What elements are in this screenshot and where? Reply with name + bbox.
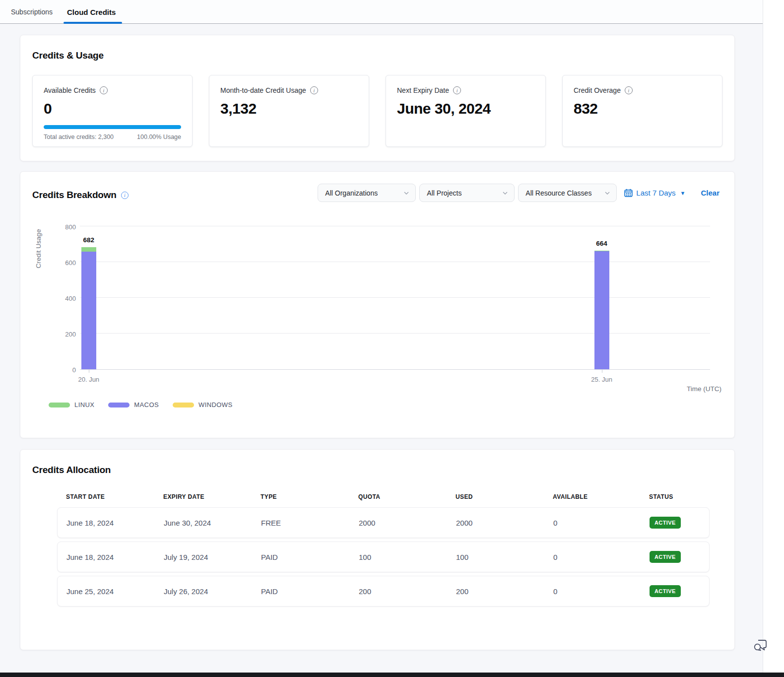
y-tick-label: 0 [50,366,76,374]
col-type: TYPE [261,493,358,500]
chevron-down-icon [502,190,508,196]
credits-breakdown-section: Credits Breakdown i All Organizations Al… [20,171,735,438]
stat-label: Available Credits [44,86,96,94]
gridline [80,262,710,262]
stat-label: Next Expiry Date [397,86,449,94]
cell-expiry-date: June 30, 2024 [164,519,261,527]
col-quota: QUOTA [358,493,456,500]
active-tab-indicator [64,22,122,24]
x-tick-mark [602,370,602,373]
y-tick-label: 200 [50,331,76,338]
legend-item-macos[interactable]: MACOS [108,401,159,408]
y-tick-label: 600 [50,259,76,267]
right-gutter [763,0,784,673]
stat-card-available-credits: Available Credits i 0 Total active credi… [32,75,193,147]
bar-total-label: 664 [587,240,617,247]
usage-percent: 100.00% Usage [137,134,181,140]
stat-card-mtd-usage: Month-to-date Credit Usage i 3,132 [209,75,369,147]
credits-usage-title: Credits & Usage [32,50,722,61]
info-icon[interactable]: i [310,86,318,94]
col-start-date: START DATE [66,493,163,500]
caret-down-icon: ▼ [680,190,686,196]
legend-label: MACOS [134,401,159,408]
gridline [80,333,710,334]
x-tick-label: 20. Jun [69,376,109,383]
table-row: June 25, 2024 July 26, 2024 PAID 200 200… [57,576,710,607]
stat-card-next-expiry: Next Expiry Date i June 30, 2024 [386,75,546,147]
clear-filters-link[interactable]: Clear [701,189,719,197]
stat-value: 832 [574,100,711,117]
info-icon[interactable]: i [453,86,461,94]
col-status: STATUS [649,493,710,500]
credits-allocation-section: Credits Allocation START DATE EXPIRY DAT… [20,449,735,650]
calendar-icon [624,189,633,197]
chart-legend: LINUXMACOSWINDOWS [49,401,232,408]
table-row: June 18, 2024 June 30, 2024 FREE 2000 20… [57,507,710,538]
stat-value: 3,132 [220,100,358,117]
status-badge: ACTIVE [650,551,681,563]
cell-expiry-date: July 26, 2024 [164,587,261,596]
main-content-area: Subscriptions Cloud Credits Credits & Us… [0,0,763,673]
legend-item-linux[interactable]: LINUX [49,401,94,408]
status-badge: ACTIVE [650,517,681,529]
tab-cloud-credits[interactable]: Cloud Credits [67,0,116,24]
legend-swatch [49,403,70,407]
legend-item-windows[interactable]: WINDOWS [173,401,233,408]
bar-25-jun[interactable] [594,251,609,369]
cell-used: 200 [456,587,553,596]
organizations-select[interactable]: All Organizations [318,184,416,202]
y-tick-label: 400 [50,295,76,302]
tab-subscriptions[interactable]: Subscriptions [11,0,53,24]
resource-classes-select[interactable]: All Resource Classes [518,184,617,202]
col-available: AVAILABLE [553,493,649,500]
legend-swatch [108,403,130,407]
feedback-chat-button[interactable] [752,636,770,654]
chart-x-axis-title: Time (UTC) [687,385,721,393]
credits-usage-section: Credits & Usage Available Credits i 0 To… [20,35,735,161]
window-bottom-edge [0,673,784,677]
cell-start-date: June 18, 2024 [66,553,164,561]
bar-20-jun[interactable] [81,247,96,369]
date-range-picker[interactable]: Last 7 Days ▼ [624,189,685,197]
projects-select[interactable]: All Projects [419,184,515,202]
chart-y-axis: 0200400600800 [50,227,76,370]
chevron-down-icon [403,190,409,196]
credits-allocation-title: Credits Allocation [32,465,722,475]
cell-start-date: June 18, 2024 [66,519,164,527]
table-row: June 18, 2024 July 19, 2024 PAID 100 100… [57,542,710,572]
bar-segment-linux [81,247,96,252]
bar-segment-macos [594,251,609,369]
chart-plot: 68220. Jun66425. Jun [80,227,710,370]
bar-total-label: 682 [74,236,104,244]
cell-used: 2000 [456,519,553,527]
legend-swatch [173,403,194,407]
chart-y-axis-title: Credit Usage [35,229,42,269]
cell-quota: 200 [359,587,456,596]
resource-classes-select-value: All Resource Classes [525,189,591,197]
cell-available: 0 [553,553,650,561]
chevron-down-icon [604,190,610,196]
tab-bar: Subscriptions Cloud Credits [0,0,763,24]
credits-progress-bar [44,125,181,129]
credits-allocation-table: START DATE EXPIRY DATE TYPE QUOTA USED A… [57,493,710,607]
cell-start-date: June 25, 2024 [66,587,164,596]
cell-quota: 2000 [359,519,456,527]
stat-value: June 30, 2024 [397,100,534,117]
credits-breakdown-title: Credits Breakdown [32,190,117,201]
y-tick-label: 800 [50,223,76,231]
info-icon[interactable]: i [121,192,129,199]
cell-expiry-date: July 19, 2024 [164,553,261,561]
cell-quota: 100 [359,553,456,561]
cell-used: 100 [456,553,553,561]
stat-label: Month-to-date Credit Usage [220,86,306,94]
organizations-select-value: All Organizations [325,189,378,197]
info-icon[interactable]: i [625,86,633,94]
cell-type: FREE [261,519,359,527]
info-icon[interactable]: i [100,86,108,94]
credits-progress-fill [44,125,181,129]
gridline [80,297,710,298]
cell-type: PAID [261,553,359,561]
x-tick-mark [89,370,89,373]
legend-label: WINDOWS [198,401,233,408]
x-tick-label: 25. Jun [582,376,622,383]
